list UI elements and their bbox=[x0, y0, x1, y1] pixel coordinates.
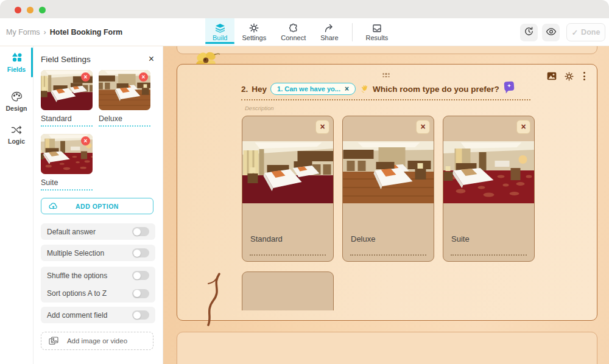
add-option-button[interactable]: ADD OPTION bbox=[41, 198, 153, 214]
question-card[interactable]: 2. Hey 1. Can we have yo... × Which room… bbox=[177, 64, 597, 321]
option-thumb-standard[interactable]: × Standard bbox=[41, 70, 93, 127]
maximize-window-icon[interactable] bbox=[39, 7, 46, 13]
answer-reference-chip[interactable]: 1. Can we have yo... × bbox=[270, 83, 356, 95]
question-text: Which room type do you prefer? bbox=[373, 85, 499, 94]
gear-icon bbox=[249, 23, 259, 33]
preview-button[interactable] bbox=[542, 24, 560, 41]
delete-option-icon[interactable]: × bbox=[139, 72, 148, 82]
tab-label: Build bbox=[213, 34, 227, 41]
rail-label: Fields bbox=[7, 66, 26, 73]
minimize-window-icon[interactable] bbox=[27, 7, 33, 13]
main-tabs: Build Settings Connect Share bbox=[205, 18, 395, 46]
image-options-row: × Standard × Deluxe × Suite bbox=[242, 116, 535, 262]
chip-label: 1. Can we have yo... bbox=[277, 85, 340, 93]
option-label[interactable]: Suite bbox=[451, 234, 470, 243]
share-arrow-icon bbox=[324, 24, 334, 33]
option-underline bbox=[451, 254, 527, 256]
add-option-label: ADD OPTION bbox=[41, 203, 153, 210]
add-image-or-video-button[interactable]: Add image or video bbox=[41, 332, 153, 350]
close-window-icon[interactable] bbox=[15, 7, 21, 13]
question-image-icon[interactable] bbox=[547, 72, 557, 80]
rail-label: Design bbox=[5, 105, 27, 112]
panel-title: Field Settings bbox=[41, 55, 91, 64]
remove-option-icon[interactable]: × bbox=[516, 120, 530, 134]
option-label-input[interactable]: Standard bbox=[41, 114, 93, 127]
tab-divider bbox=[352, 23, 353, 41]
done-button[interactable]: ✓ Done bbox=[566, 23, 605, 41]
sidebar-item-logic[interactable]: Logic bbox=[0, 120, 33, 150]
tab-connect[interactable]: Connect bbox=[273, 18, 313, 46]
inbox-icon bbox=[372, 24, 382, 33]
tab-label: Results bbox=[366, 34, 389, 41]
add-comment-toggle[interactable] bbox=[132, 310, 149, 320]
delete-option-icon[interactable]: × bbox=[81, 72, 90, 82]
question-text-editor[interactable]: 2. Hey 1. Can we have yo... × Which room… bbox=[241, 83, 530, 100]
question-settings-gear-icon[interactable] bbox=[565, 72, 574, 81]
ai-assistant-icon[interactable] bbox=[504, 81, 514, 91]
question-more-menu-icon[interactable] bbox=[582, 71, 587, 81]
sidebar-item-design[interactable]: Design bbox=[0, 86, 33, 117]
tab-label: Settings bbox=[242, 34, 266, 41]
tab-share[interactable]: Share bbox=[313, 18, 345, 46]
chip-remove-icon[interactable]: × bbox=[345, 85, 349, 93]
question-description-input[interactable]: Description bbox=[241, 105, 530, 111]
wave-hand-emoji-icon bbox=[361, 85, 369, 93]
drag-handle-icon[interactable] bbox=[382, 73, 392, 77]
toggle-block: Multiple Selection bbox=[41, 245, 155, 261]
sort-options-label: Sort options A to Z bbox=[47, 289, 107, 298]
remove-option-icon[interactable]: × bbox=[416, 120, 430, 134]
next-question-card-edge[interactable] bbox=[177, 332, 597, 364]
question-number: 2. bbox=[241, 85, 248, 94]
cloud-upload-icon bbox=[49, 202, 58, 210]
option-thumb-suite[interactable]: × Suite bbox=[41, 134, 93, 191]
image-option-deluxe[interactable]: × Deluxe bbox=[342, 116, 434, 262]
default-answer-toggle[interactable] bbox=[132, 227, 149, 236]
sidebar-item-fields[interactable]: Fields bbox=[0, 46, 33, 79]
breadcrumb-form-title: Hotel Booking Form bbox=[50, 28, 122, 37]
rail-label: Logic bbox=[8, 138, 25, 145]
panel-close-button[interactable]: × bbox=[149, 54, 154, 64]
image-video-icon bbox=[49, 337, 58, 345]
eye-icon bbox=[546, 27, 557, 38]
option-underline bbox=[250, 254, 326, 256]
image-option-suite[interactable]: × Suite bbox=[443, 116, 535, 262]
palette-icon bbox=[11, 91, 23, 103]
option-underline bbox=[350, 254, 426, 256]
tab-settings[interactable]: Settings bbox=[234, 18, 273, 46]
question-text-part: Hey bbox=[252, 85, 267, 94]
image-option-standard[interactable]: × Standard bbox=[242, 116, 334, 262]
option-thumb-deluxe[interactable]: × Deluxe bbox=[99, 70, 150, 127]
field-settings-panel: Field Settings × × Standard × Deluxe bbox=[33, 46, 163, 364]
option-label-input[interactable]: Suite bbox=[41, 178, 93, 191]
option-label[interactable]: Deluxe bbox=[351, 234, 375, 243]
revision-history-button[interactable] bbox=[520, 24, 538, 41]
tab-label: Connect bbox=[281, 34, 306, 41]
default-answer-label: Default answer bbox=[47, 228, 96, 236]
multiple-selection-toggle[interactable] bbox=[132, 248, 149, 257]
breadcrumb-separator: › bbox=[44, 28, 46, 37]
app-window: My Forms › Hotel Booking Form Build Sett… bbox=[0, 0, 609, 364]
toggle-block: Shuffle the options Sort options A to Z bbox=[41, 267, 155, 303]
breadcrumb-my-forms[interactable]: My Forms bbox=[6, 28, 40, 37]
check-icon: ✓ bbox=[572, 28, 578, 37]
form-elements-icon bbox=[11, 52, 23, 64]
remove-option-icon[interactable]: × bbox=[315, 120, 329, 134]
toggle-block: Add comment field bbox=[41, 307, 155, 323]
shuffle-icon bbox=[11, 125, 23, 136]
layers-icon bbox=[215, 24, 225, 33]
history-icon bbox=[524, 26, 534, 38]
tab-build[interactable]: Build bbox=[205, 18, 234, 46]
shuffle-options-toggle[interactable] bbox=[132, 271, 149, 280]
delete-option-icon[interactable]: × bbox=[81, 136, 90, 145]
new-option-placeholder[interactable] bbox=[242, 271, 334, 310]
sort-options-toggle[interactable] bbox=[132, 289, 149, 298]
previous-question-card-edge[interactable] bbox=[177, 46, 597, 54]
tab-label: Share bbox=[320, 34, 338, 41]
done-label: Done bbox=[581, 28, 600, 37]
room-photo-suite bbox=[443, 141, 534, 203]
option-thumbnails: × Standard × Deluxe × Suite bbox=[33, 64, 163, 191]
option-label[interactable]: Standard bbox=[250, 234, 283, 243]
toggle-block: Default answer bbox=[41, 223, 155, 240]
tab-results[interactable]: Results bbox=[359, 18, 396, 46]
option-label-input[interactable]: Deluxe bbox=[99, 114, 150, 127]
